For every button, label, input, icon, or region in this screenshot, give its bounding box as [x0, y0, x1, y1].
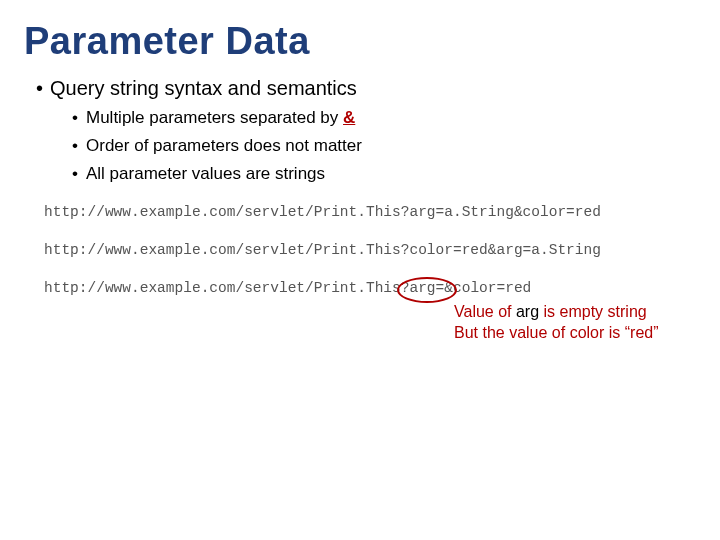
bullet-sub-3: All parameter values are strings [72, 164, 696, 184]
url-3-circled-text: ?arg= [401, 280, 445, 296]
annotation-line-1: Value of arg is empty string [454, 302, 696, 323]
url-example-2: http://www.example.com/servlet/Print.Thi… [44, 242, 696, 258]
bullet-main: Query string syntax and semantics [36, 77, 696, 100]
annotation-line-2: But the value of color is “red” [454, 323, 696, 344]
url-example-3: http://www.example.com/servlet/Print.Thi… [44, 280, 696, 296]
slide-title: Parameter Data [24, 20, 696, 63]
url-3-circled: ?arg= [401, 280, 445, 296]
bullet-sub-1-text: Multiple parameters separated by [86, 108, 343, 127]
annotation-l1-c: is empty string [539, 303, 647, 320]
annotation-l1-a: Value of [454, 303, 516, 320]
annotation-arg-word: arg [516, 303, 539, 320]
ampersand-highlight: & [343, 108, 355, 127]
bullet-sub-1: Multiple parameters separated by & [72, 108, 696, 128]
url-example-1: http://www.example.com/servlet/Print.Thi… [44, 204, 696, 220]
url-3-post: &color=red [444, 280, 531, 296]
url-3-pre: http://www.example.com/servlet/Print.Thi… [44, 280, 401, 296]
annotation-box: Value of arg is empty string But the val… [454, 302, 696, 344]
bullet-sub-2: Order of parameters does not matter [72, 136, 696, 156]
url-examples: http://www.example.com/servlet/Print.Thi… [24, 204, 696, 296]
